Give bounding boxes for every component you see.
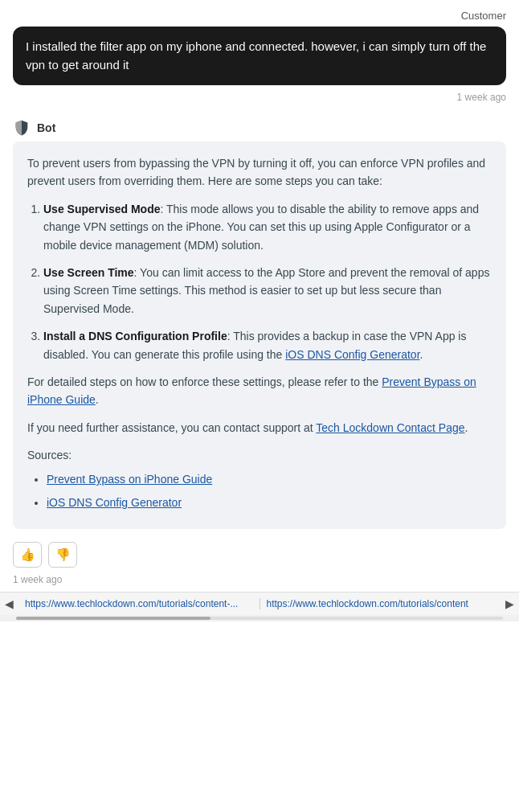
- bot-card: To prevent users from bypassing the VPN …: [13, 141, 506, 529]
- bot-row: Bot: [0, 113, 519, 141]
- contact-intro: If you need further assistance, you can …: [27, 421, 316, 434]
- step2-bold: Use Screen Time: [43, 266, 134, 279]
- list-item: Use Supervised Mode: This mode allows yo…: [43, 200, 492, 254]
- contact-para: If you need further assistance, you can …: [27, 419, 492, 437]
- scrollbar-container: [0, 615, 519, 621]
- customer-bubble: I installed the filter app on my iphone …: [13, 27, 506, 85]
- url-bar: ◀ https://www.techlockdown.com/tutorials…: [0, 592, 519, 615]
- source-ios-dns-link[interactable]: iOS DNS Config Generator: [47, 496, 182, 509]
- bot-intro-text: To prevent users from bypassing the VPN …: [27, 154, 492, 191]
- sources-label: Sources:: [27, 446, 492, 464]
- page-container: Customer I installed the filter app on m…: [0, 0, 519, 621]
- url-bar-left[interactable]: https://www.techlockdown.com/tutorials/c…: [18, 598, 260, 609]
- bot-shield-icon: [13, 119, 31, 137]
- list-item: Install a DNS Configuration Profile: Thi…: [43, 327, 492, 363]
- scrollbar-thumb[interactable]: [16, 617, 210, 620]
- sources-section: Sources: Prevent Bypass on iPhone Guide …: [27, 446, 492, 511]
- detailed-steps-para: For detailed steps on how to enforce the…: [27, 373, 492, 409]
- step3-bold: Install a DNS Configuration Profile: [43, 330, 227, 342]
- thumbs-down-icon: 👎: [55, 547, 71, 562]
- sources-list: Prevent Bypass on iPhone Guide iOS DNS C…: [27, 470, 492, 511]
- customer-label: Customer: [0, 0, 519, 27]
- thumbs-up-icon: 👍: [20, 547, 35, 562]
- detailed-steps-intro: For detailed steps on how to enforce the…: [27, 375, 382, 388]
- scrollbar-track[interactable]: [16, 617, 503, 620]
- thumbs-up-button[interactable]: 👍: [13, 542, 42, 568]
- bot-label: Bot: [37, 121, 55, 134]
- url-bar-right[interactable]: https://www.techlockdown.com/tutorials/c…: [260, 598, 501, 609]
- detailed-steps-after: .: [96, 393, 99, 406]
- feedback-row: 👍 👎: [0, 534, 519, 571]
- bot-steps-list: Use Supervised Mode: This mode allows yo…: [27, 200, 492, 363]
- customer-message-text: I installed the filter app on my iphone …: [26, 39, 486, 72]
- scroll-left-arrow[interactable]: ◀: [0, 597, 18, 610]
- source-prevent-bypass-link[interactable]: Prevent Bypass on iPhone Guide: [47, 473, 212, 486]
- thumbs-down-button[interactable]: 👎: [48, 542, 77, 568]
- step1-bold: Use Supervised Mode: [43, 203, 161, 215]
- customer-timestamp: 1 week ago: [0, 90, 519, 113]
- bot-timestamp: 1 week ago: [0, 571, 519, 592]
- list-item: Use Screen Time: You can limit access to…: [43, 264, 492, 318]
- list-item: Prevent Bypass on iPhone Guide: [47, 470, 492, 488]
- contact-after: .: [465, 421, 468, 434]
- tech-lockdown-contact-link[interactable]: Tech Lockdown Contact Page: [316, 421, 464, 434]
- list-item: iOS DNS Config Generator: [47, 494, 492, 511]
- ios-dns-config-link[interactable]: iOS DNS Config Generator: [285, 348, 419, 361]
- scroll-right-arrow[interactable]: ▶: [501, 597, 519, 610]
- step3-text-after: .: [420, 348, 423, 361]
